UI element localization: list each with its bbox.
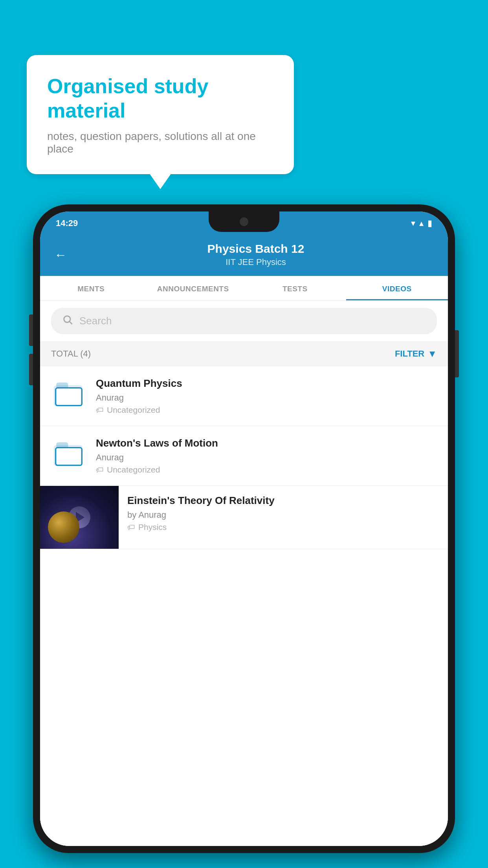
folder-icon (51, 377, 86, 413)
tab-videos[interactable]: VIDEOS (346, 276, 448, 300)
back-button[interactable]: ← (54, 248, 67, 262)
bubble-title: Organised study material (47, 74, 273, 123)
tab-tests[interactable]: TESTS (244, 276, 346, 300)
video-tag: 🏷 Physics (127, 522, 439, 532)
video-title: Quantum Physics (96, 377, 437, 390)
search-icon (62, 314, 73, 328)
video-author: Anurag (96, 393, 437, 403)
battery-icon: ▮ (427, 218, 432, 228)
list-item[interactable]: Quantum Physics Anurag 🏷 Uncategorized (40, 366, 448, 426)
phone-mockup: 14:29 ▾ ▴ ▮ ← Physics Batch 12 IIT JEE P… (33, 204, 455, 853)
tab-announcements[interactable]: ANNOUNCEMENTS (142, 276, 244, 300)
svg-rect-7 (56, 448, 82, 465)
video-tag: 🏷 Uncategorized (96, 465, 437, 474)
tag-icon: 🏷 (127, 523, 135, 532)
content-area: Search TOTAL (4) FILTER ▼ (40, 301, 448, 846)
video-author: Anurag (96, 452, 437, 463)
header-subtitle: IIT JEE Physics (78, 257, 434, 267)
tag-label: Physics (138, 522, 167, 532)
app-header: ← Physics Batch 12 IIT JEE Physics (40, 235, 448, 276)
svg-point-0 (64, 316, 70, 322)
bubble-subtitle: notes, question papers, solutions all at… (47, 130, 273, 155)
video-title: Einstein's Theory Of Relativity (127, 495, 439, 507)
video-author: by Anurag (127, 510, 439, 520)
header-title: Physics Batch 12 (78, 242, 434, 256)
search-input[interactable]: Search (79, 315, 112, 327)
list-item[interactable]: Einstein's Theory Of Relativity by Anura… (40, 486, 448, 549)
tabs-bar: MENTS ANNOUNCEMENTS TESTS VIDEOS (40, 276, 448, 301)
tag-label: Uncategorized (107, 465, 160, 474)
folder-icon (51, 437, 86, 473)
video-info: Einstein's Theory Of Relativity by Anura… (119, 486, 448, 541)
svg-line-1 (70, 322, 72, 324)
filter-icon: ▼ (427, 348, 437, 359)
video-title: Newton's Laws of Motion (96, 437, 437, 449)
status-time: 14:29 (56, 218, 78, 228)
video-info: Newton's Laws of Motion Anurag 🏷 Uncateg… (96, 437, 437, 474)
list-item[interactable]: Newton's Laws of Motion Anurag 🏷 Uncateg… (40, 426, 448, 486)
tag-label: Uncategorized (107, 405, 160, 415)
filter-label: FILTER (395, 349, 424, 359)
filter-row: TOTAL (4) FILTER ▼ (40, 341, 448, 366)
status-icons: ▾ ▴ ▮ (411, 218, 432, 228)
svg-rect-4 (56, 388, 82, 406)
volume-up-button[interactable] (29, 314, 33, 346)
phone-outer: 14:29 ▾ ▴ ▮ ← Physics Batch 12 IIT JEE P… (33, 204, 455, 853)
header-title-group: Physics Batch 12 IIT JEE Physics (78, 242, 434, 267)
search-bar[interactable]: Search (51, 308, 437, 334)
power-button[interactable] (455, 330, 459, 377)
wifi-icon: ▾ (411, 218, 415, 228)
phone-screen: 14:29 ▾ ▴ ▮ ← Physics Batch 12 IIT JEE P… (40, 211, 448, 846)
total-count: TOTAL (4) (51, 349, 91, 359)
tag-icon: 🏷 (96, 465, 104, 474)
video-list: Quantum Physics Anurag 🏷 Uncategorized (40, 366, 448, 846)
video-tag: 🏷 Uncategorized (96, 405, 437, 415)
filter-button[interactable]: FILTER ▼ (395, 348, 437, 359)
tab-ments[interactable]: MENTS (40, 276, 142, 300)
search-container: Search (40, 301, 448, 341)
video-thumbnail (40, 486, 119, 549)
phone-notch (209, 211, 279, 232)
volume-down-button[interactable] (29, 354, 33, 385)
video-info: Quantum Physics Anurag 🏷 Uncategorized (96, 377, 437, 415)
signal-icon: ▴ (419, 218, 424, 228)
speech-bubble: Organised study material notes, question… (27, 55, 294, 174)
tag-icon: 🏷 (96, 406, 104, 415)
camera-dot (240, 217, 248, 226)
planet-graphic (48, 511, 79, 543)
